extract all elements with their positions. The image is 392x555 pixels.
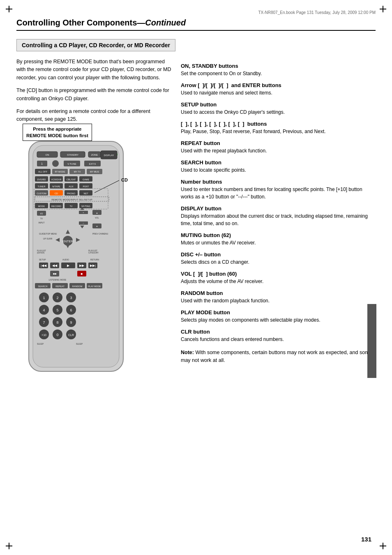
svg-text:REMOTE MODE/INPUT SEL/SETUP: REMOTE MODE/INPUT SEL/SETUP [51, 198, 92, 201]
note-body: With some components, certain buttons ma… [181, 350, 372, 363]
button-item-0: ON, STANDBY buttons Set the component to… [181, 63, 376, 77]
svg-text:TV: TV [69, 205, 72, 207]
note-label: Note: [181, 350, 194, 355]
svg-text:I/O: I/O [40, 212, 43, 215]
note-text: Note: With some components, certain butt… [181, 349, 376, 364]
btn-desc-1: Used to navigate menus and select items. [181, 89, 376, 97]
right-column: ON, STANDBY buttons Set the component to… [181, 58, 376, 378]
btn-heading-2: SETUP button [181, 101, 376, 108]
svg-text:DISPLAY: DISPLAY [104, 154, 114, 157]
btn-heading-7: DISPLAY button [181, 205, 376, 212]
svg-text:N/TAPE: N/TAPE [52, 185, 60, 188]
button-item-11: RANDOM button Used with the random playb… [181, 290, 376, 304]
button-item-8: MUTING button (62) Mutes or unmutes the … [181, 232, 376, 246]
svg-text:PHONO: PHONO [67, 192, 76, 195]
button-item-9: DISC +/– button Selects discs on a CD ch… [181, 251, 376, 266]
btn-heading-10: VOL [ ]/[ ] button (60) [181, 271, 376, 277]
svg-text:EXT.S: EXT.S [89, 163, 96, 165]
svg-text:▶: ▶ [67, 264, 70, 267]
svg-text:INPUT: INPUT [39, 221, 45, 224]
svg-text:▲: ▲ [96, 212, 98, 214]
intro-para-1: By pressing the REMOTE MODE button that'… [16, 58, 173, 82]
svg-text:8: 8 [56, 320, 58, 325]
svg-text:SETUP: SETUP [39, 258, 46, 261]
svg-text:PREV CH/MENU: PREV CH/MENU [92, 233, 108, 235]
svg-text:ON: ON [46, 154, 49, 156]
svg-text:SLEEP: SLEEP [37, 343, 44, 345]
intro-para-3: For details on entering a remote control… [16, 108, 173, 124]
svg-text:–: – [83, 222, 84, 224]
svg-text:RECORD: RECORD [51, 205, 61, 207]
svg-text:◀◀: ◀◀ [52, 264, 58, 267]
btn-heading-8: MUTING button (62) [181, 232, 376, 238]
svg-text:MY MUS: MY MUS [90, 170, 99, 173]
svg-text:1: 1 [43, 296, 45, 300]
svg-text:0: 0 [56, 333, 58, 337]
svg-text:STANDBY: STANDBY [67, 154, 78, 156]
btn-heading-5: SEARCH button [181, 159, 376, 166]
svg-text:ZONE: ZONE [91, 154, 98, 156]
intro-para-2: The [CD] button is preprogrammed with th… [16, 87, 173, 103]
svg-text:DISC: DISC [81, 206, 86, 209]
svg-text:AUX: AUX [69, 185, 74, 188]
svg-text:ENTER: ENTER [62, 240, 73, 243]
svg-text:CD: CD [121, 177, 128, 182]
svg-text:REPEAT: REPEAT [55, 285, 65, 288]
svg-text:GAME: GAME [83, 178, 90, 181]
svg-text:SEARCH: SEARCH [38, 285, 48, 288]
page-number: 131 [361, 536, 371, 543]
svg-text:7: 7 [43, 320, 45, 325]
svg-text:CUSTOM: CUSTOM [37, 192, 46, 195]
content-area: By pressing the REMOTE MODE button that'… [16, 58, 376, 378]
svg-text:TUNER: TUNER [38, 185, 46, 188]
btn-heading-11: RANDOM button [181, 290, 376, 296]
page-header: Controlling Other Components—Continued [16, 18, 376, 31]
svg-text:■■: ■■ [53, 272, 56, 275]
left-column: By pressing the REMOTE MODE button that'… [16, 58, 173, 378]
remote-svg: ON STANDBY ZONE DISPLAY 1 V.TUNE [16, 139, 136, 378]
svg-text:NET: NET [84, 192, 89, 195]
button-item-3: [ ], [ ], [ ], [ ], [ ], [ ], [ ] button… [181, 121, 376, 135]
btn-desc-12: Selects play modes on components with se… [181, 316, 376, 324]
svg-text:SLEEP: SLEEP [76, 343, 83, 345]
svg-text:DVD/BD: DVD/BD [37, 178, 46, 181]
callout-box: Press the appropriate REMOTE MODE button… [23, 124, 92, 141]
svg-text:LISTENING MODE: LISTENING MODE [49, 279, 67, 281]
button-item-10: VOL [ ]/[ ] button (60) Adjusts the volu… [181, 271, 376, 285]
svg-text:PLAY MODE: PLAY MODE [88, 285, 101, 288]
btn-desc-4: Used with the repeat playback function. [181, 147, 376, 154]
page-title: Controlling Other Components—Continued [16, 18, 376, 28]
svg-text:CLR: CLR [68, 334, 74, 336]
button-item-2: SETUP button Used to access the Onkyo CD… [181, 101, 376, 116]
svg-text:+10: +10 [42, 334, 46, 336]
svg-text:VCR/DVR: VCR/DVR [51, 178, 62, 181]
btn-heading-6: Number buttons [181, 179, 376, 185]
svg-text:|◀◀: |◀◀ [41, 264, 47, 267]
svg-text:AUDIO: AUDIO [62, 258, 69, 261]
svg-text:V.TUNE: V.TUNE [67, 163, 76, 165]
svg-text:+: + [83, 211, 84, 214]
btn-desc-11: Used with the random playback function. [181, 297, 376, 304]
button-item-4: REPEAT button Used with the repeat playb… [181, 140, 376, 154]
svg-text:6: 6 [70, 308, 72, 312]
button-item-5: SEARCH button Used to locate specific po… [181, 159, 376, 174]
svg-text:RETURN: RETURN [90, 258, 99, 261]
svg-text:CD: CD [55, 192, 58, 195]
svg-text:MY TV: MY TV [74, 170, 81, 173]
svg-text:3: 3 [70, 296, 72, 300]
svg-text:5: 5 [56, 308, 58, 312]
svg-text:RANDOM: RANDOM [72, 285, 83, 288]
section-title: Controlling a CD Player, CD Recorder, or… [16, 39, 175, 51]
btn-heading-4: REPEAT button [181, 140, 376, 146]
svg-text:▶▶: ▶▶ [79, 264, 85, 267]
btn-desc-13: Cancels functions and clears entered num… [181, 336, 376, 343]
svg-text:VOL: VOL [95, 216, 99, 219]
svg-point-14 [52, 160, 59, 167]
btn-desc-9: Selects discs on a CD changer. [181, 258, 376, 266]
corner-crosshair-bl [6, 543, 12, 549]
button-item-7: DISPLAY button Displays information abou… [181, 205, 376, 227]
svg-text:MODE: MODE [38, 205, 45, 207]
note-section: Note: With some components, certain butt… [181, 349, 376, 364]
svg-text:CATEGORY: CATEGORY [88, 252, 99, 254]
svg-text:■: ■ [81, 272, 83, 276]
